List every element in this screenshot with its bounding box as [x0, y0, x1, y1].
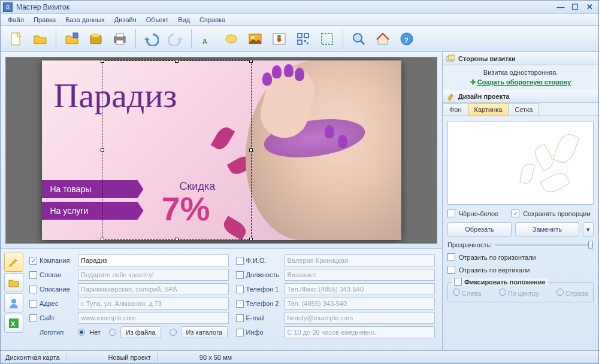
- email-checkbox[interactable]: [236, 314, 244, 322]
- separator: [56, 29, 56, 48]
- address-input[interactable]: [78, 298, 229, 310]
- open-icon[interactable]: [29, 28, 51, 50]
- info-checkbox[interactable]: [236, 329, 244, 336]
- tab-body-image: Чёрно-белое Сохранять пропорции Обрезать…: [443, 116, 598, 307]
- site-input[interactable]: [78, 312, 229, 324]
- menu-file[interactable]: Файл: [3, 15, 29, 25]
- svg-rect-5: [116, 34, 123, 37]
- field-logo: Логотип Нет Из файла Из каталога: [29, 326, 229, 339]
- minimize-button[interactable]: —: [554, 2, 567, 12]
- card-badge-goods: На товары: [42, 180, 144, 198]
- field-address: Адрес: [29, 297, 229, 310]
- phone2-input[interactable]: [285, 298, 435, 310]
- svg-text:?: ?: [404, 37, 409, 44]
- site-checkbox[interactable]: [29, 314, 37, 322]
- text-tool-icon[interactable]: A: [196, 28, 218, 50]
- position-checkbox[interactable]: [236, 271, 244, 279]
- fio-checkbox[interactable]: [236, 257, 244, 265]
- qrcode-tool-icon[interactable]: [292, 28, 314, 50]
- fio-input[interactable]: [285, 254, 435, 266]
- crop-button[interactable]: Обрезать: [447, 222, 512, 236]
- slogan-checkbox[interactable]: [29, 271, 37, 279]
- email-input[interactable]: [285, 312, 435, 324]
- position-input[interactable]: [285, 269, 435, 281]
- replace-dropdown[interactable]: ▾: [583, 222, 594, 236]
- menu-database[interactable]: База данных: [60, 15, 110, 25]
- address-checkbox[interactable]: [29, 300, 37, 308]
- company-input[interactable]: [78, 254, 229, 266]
- flip-h-checkbox[interactable]: [447, 253, 455, 261]
- svg-rect-27: [449, 55, 455, 60]
- maximize-button[interactable]: ☐: [568, 2, 582, 12]
- phone1-input[interactable]: [285, 283, 435, 295]
- phone2-checkbox[interactable]: [236, 300, 244, 308]
- svg-rect-14: [304, 34, 308, 38]
- undo-icon[interactable]: [141, 28, 162, 50]
- save-icon[interactable]: [61, 28, 83, 50]
- canvas-viewport[interactable]: Парадиз На товары На услуги Скидка 7%: [5, 57, 437, 244]
- flip-v-checkbox[interactable]: [447, 266, 455, 274]
- menu-help[interactable]: Справка: [195, 15, 230, 25]
- design-tabs: Фон Картинка Сетка: [443, 103, 598, 116]
- pos-center-radio[interactable]: [499, 289, 506, 296]
- logo-radio-file[interactable]: [109, 329, 116, 336]
- title-bar: B Мастер Визиток — ☐ ✕: [1, 1, 598, 14]
- fix-position-group: Фиксировать положение Слева По центру Сп…: [447, 282, 594, 302]
- logo-file-button[interactable]: Из файла: [120, 326, 161, 338]
- fix-pos-checkbox[interactable]: [454, 278, 462, 286]
- pos-right-radio[interactable]: [556, 289, 564, 296]
- tab-background[interactable]: Фон: [443, 103, 468, 116]
- create-backside-link[interactable]: Создать оборотную сторону: [477, 78, 571, 86]
- sidetab-folder[interactable]: [4, 273, 23, 292]
- shape-tool-icon[interactable]: [220, 28, 242, 50]
- field-slogan: Слоган: [29, 268, 229, 281]
- tab-image[interactable]: Картинка: [468, 103, 509, 116]
- status-desc: Дисконтная карта: [5, 354, 60, 361]
- help-icon[interactable]: ?: [396, 28, 418, 50]
- print-icon[interactable]: [109, 28, 131, 50]
- close-button[interactable]: ✕: [583, 2, 596, 12]
- sidetab-excel[interactable]: X: [4, 314, 23, 333]
- phone1-checkbox[interactable]: [236, 286, 244, 293]
- desc-checkbox[interactable]: [29, 286, 37, 293]
- field-fio: Ф.И.О.: [236, 254, 435, 267]
- desc-input[interactable]: [78, 283, 229, 295]
- slogan-input[interactable]: [78, 269, 229, 281]
- field-desc: Описание: [29, 283, 229, 296]
- separator: [135, 29, 136, 48]
- sidetab-user[interactable]: [4, 293, 23, 313]
- logo-radio-catalog[interactable]: [170, 329, 177, 336]
- svg-text:X: X: [11, 320, 16, 327]
- bw-checkbox[interactable]: [447, 210, 455, 217]
- replace-button[interactable]: Заменить: [515, 222, 579, 236]
- sidetab-edit[interactable]: [4, 253, 23, 272]
- properties-panel: Стороны визитки Визитка односторонняя. ✚…: [443, 52, 598, 350]
- card-brand: Парадиз: [54, 75, 177, 116]
- tab-grid[interactable]: Сетка: [508, 103, 539, 116]
- pos-left-radio[interactable]: [453, 289, 460, 296]
- clipart-tool-icon[interactable]: [268, 28, 290, 50]
- zoom-icon[interactable]: [348, 28, 370, 50]
- fields-grid: Компания Ф.И.О. Слоган Должность Описани…: [25, 251, 440, 348]
- business-card[interactable]: Парадиз На товары На услуги Скидка 7%: [42, 60, 401, 240]
- logo-catalog-button[interactable]: Из каталога: [181, 326, 228, 338]
- canvas-area: Парадиз На товары На услуги Скидка 7%: [1, 52, 443, 350]
- redo-icon[interactable]: [165, 28, 186, 50]
- export-icon[interactable]: [85, 28, 107, 50]
- toolbar: A ?: [1, 26, 598, 52]
- home-icon[interactable]: [372, 28, 394, 50]
- opacity-slider[interactable]: [495, 244, 594, 246]
- menu-design[interactable]: Дизайн: [110, 15, 141, 25]
- keep-prop-checkbox[interactable]: [512, 210, 519, 217]
- menu-edit[interactable]: Правка: [29, 15, 60, 25]
- menu-object[interactable]: Объект: [141, 15, 173, 25]
- field-phone1: Телефон 1: [236, 283, 435, 296]
- logo-radio-none[interactable]: [78, 329, 85, 336]
- info-input[interactable]: [285, 326, 435, 338]
- menu-view[interactable]: Вид: [173, 15, 195, 25]
- image-tool-icon[interactable]: [244, 28, 266, 50]
- new-icon[interactable]: [5, 28, 27, 50]
- frame-tool-icon[interactable]: [316, 28, 338, 50]
- nail: [325, 125, 334, 138]
- company-checkbox[interactable]: [29, 257, 37, 265]
